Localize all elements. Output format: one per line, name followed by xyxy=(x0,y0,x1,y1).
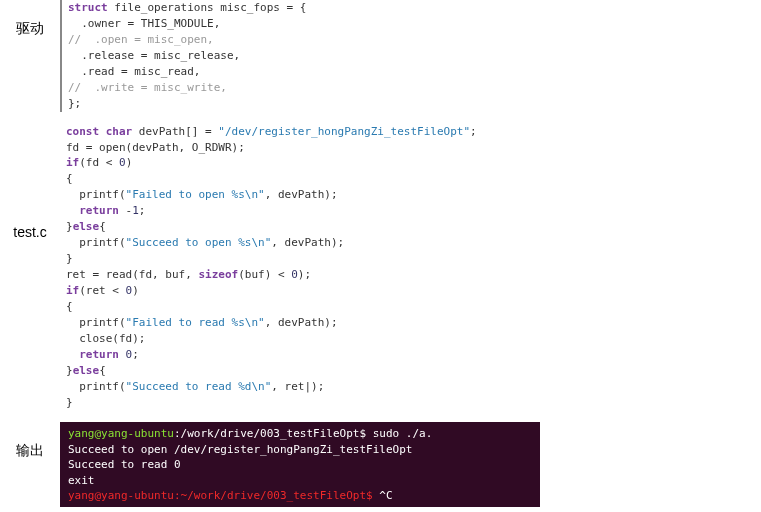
term-text: Succeed to read 0 xyxy=(68,458,181,471)
label-driver: 驱动 xyxy=(0,0,60,38)
test-code-block: const char devPath[] = "/dev/register_ho… xyxy=(60,124,761,411)
code-text: ; xyxy=(470,125,477,138)
code-text: } xyxy=(66,364,73,377)
code-text: ); xyxy=(298,268,311,281)
code-text: printf( xyxy=(66,316,126,329)
code-text: devPath[] = xyxy=(132,125,218,138)
code-text: ; xyxy=(132,348,139,361)
kw: sizeof xyxy=(198,268,238,281)
num: 0 xyxy=(119,156,126,169)
code-text: printf( xyxy=(66,188,126,201)
code-text: }; xyxy=(68,97,81,110)
code-text: .read = misc_read, xyxy=(68,65,200,78)
kw: if xyxy=(66,156,79,169)
code-text: , devPath); xyxy=(265,316,338,329)
kw: else xyxy=(73,364,100,377)
kw: char xyxy=(99,125,132,138)
code-text: { xyxy=(66,300,73,313)
code-text: file_operations misc_fops = { xyxy=(108,1,307,14)
term-text: exit xyxy=(68,474,95,487)
comment: // .open = misc_open, xyxy=(68,33,214,46)
code-text: (buf) < xyxy=(238,268,291,281)
code-text: - xyxy=(119,204,132,217)
terminal-output: yang@yang-ubuntu:/work/drive/003_testFil… xyxy=(60,422,540,507)
label-testc: test.c xyxy=(0,124,60,240)
code-text: ; xyxy=(139,204,146,217)
code-text: , devPath); xyxy=(271,236,344,249)
term-text: ^C xyxy=(373,489,393,502)
code-text: close(fd); xyxy=(66,332,145,345)
code-text: (fd < xyxy=(79,156,119,169)
term-text: sudo ./a. xyxy=(366,427,432,440)
kw: const xyxy=(66,125,99,138)
code-text: printf( xyxy=(66,236,126,249)
string: "Failed to read %s\n" xyxy=(126,316,265,329)
code-text: { xyxy=(99,364,106,377)
prompt-user: yang@yang-ubuntu xyxy=(68,489,174,502)
code-text: } xyxy=(66,396,73,409)
kw: struct xyxy=(68,1,108,14)
comment: // .write = misc_write, xyxy=(68,81,227,94)
prompt-path: :/work/drive/003_testFileOpt$ xyxy=(174,427,366,440)
code-text: printf( xyxy=(66,380,126,393)
kw: return xyxy=(66,348,119,361)
kw: else xyxy=(73,220,100,233)
code-text: ) xyxy=(132,284,139,297)
code-text: , ret|); xyxy=(271,380,324,393)
code-text: { xyxy=(66,172,73,185)
string: "Succeed to read %d\n" xyxy=(126,380,272,393)
string: "Succeed to open %s\n" xyxy=(126,236,272,249)
code-text: .release = misc_release, xyxy=(68,49,240,62)
term-text: Succeed to open /dev/register_hongPangZi… xyxy=(68,443,412,456)
code-text: ret = read(fd, buf, xyxy=(66,268,198,281)
num: 0 xyxy=(291,268,298,281)
code-text: fd = open(devPath, O_RDWR); xyxy=(66,141,245,154)
kw: return xyxy=(66,204,119,217)
code-text: , devPath); xyxy=(265,188,338,201)
code-text: } xyxy=(66,252,73,265)
label-output: 输出 xyxy=(0,422,60,460)
prompt-path: :~/work/drive/003_testFileOpt$ xyxy=(174,489,373,502)
num: 0 xyxy=(119,348,132,361)
code-text: .owner = THIS_MODULE, xyxy=(68,17,220,30)
code-text: } xyxy=(66,220,73,233)
string: "Failed to open %s\n" xyxy=(126,188,265,201)
code-text: { xyxy=(99,220,106,233)
string: "/dev/register_hongPangZi_testFileOpt" xyxy=(218,125,470,138)
kw: if xyxy=(66,284,79,297)
num: 1 xyxy=(132,204,139,217)
prompt-user: yang@yang-ubuntu xyxy=(68,427,174,440)
driver-code-block: struct file_operations misc_fops = { .ow… xyxy=(60,0,761,112)
code-text: (ret < xyxy=(79,284,125,297)
code-text: ) xyxy=(126,156,133,169)
